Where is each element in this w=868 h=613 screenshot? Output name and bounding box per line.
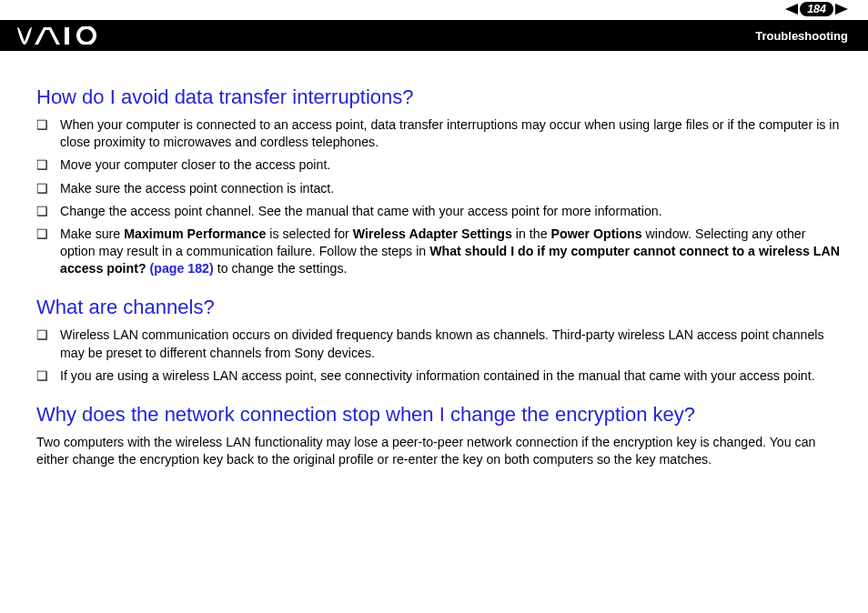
bullet-item: When your computer is connected to an ac… [36,116,841,151]
text-run: When your computer is connected to an ac… [60,117,839,149]
svg-rect-0 [65,27,69,45]
text-run: to change the settings. [214,261,348,276]
section-label: Troubleshooting [755,29,848,43]
text-run: If you are using a wireless LAN access p… [60,368,815,383]
page-number: 184 [800,2,833,16]
text-run: Power Options [551,226,642,241]
bullet-item: Wireless LAN communication occurs on div… [36,327,841,361]
text-run: Make sure the access point connection is… [60,181,334,196]
text-run: in the [512,226,551,241]
text-run: Change the access point channel. See the… [60,204,662,218]
prev-page-arrow-icon[interactable] [785,4,798,15]
bullet-item: If you are using a wireless LAN access p… [36,367,841,385]
text-run: Maximum Performance [124,226,266,241]
text-run: is selected for [266,226,352,241]
text-run: Wireless LAN communication occurs on div… [60,327,824,359]
body-paragraph: Two computers with the wireless LAN func… [36,434,841,468]
text-run: Wireless Adapter Settings [353,226,512,241]
question-heading: Why does the network connection stop whe… [36,403,841,427]
page-content: How do I avoid data transfer interruptio… [0,51,868,468]
svg-point-1 [78,27,95,44]
question-heading: How do I avoid data transfer interruptio… [36,85,841,109]
page-link[interactable]: (page 182) [150,261,214,276]
text-run: Make sure [60,226,124,241]
bullet-item: Change the access point channel. See the… [36,203,841,220]
bullet-list: Wireless LAN communication occurs on div… [36,327,841,385]
bullet-item: Make sure the access point connection is… [36,180,841,197]
question-heading: What are channels? [36,296,841,319]
page-number-nav: 184 [785,2,848,16]
bullet-item: Move your computer closer to the access … [36,156,841,174]
bullet-list: When your computer is connected to an ac… [36,116,841,277]
bullet-item: Make sure Maximum Performance is selecte… [36,226,841,278]
top-strip: 184 [0,0,868,20]
vaio-logo-icon [16,26,104,45]
text-run: Move your computer closer to the access … [60,157,330,172]
next-page-arrow-icon[interactable] [835,4,848,15]
header-bar: Troubleshooting [0,20,868,51]
